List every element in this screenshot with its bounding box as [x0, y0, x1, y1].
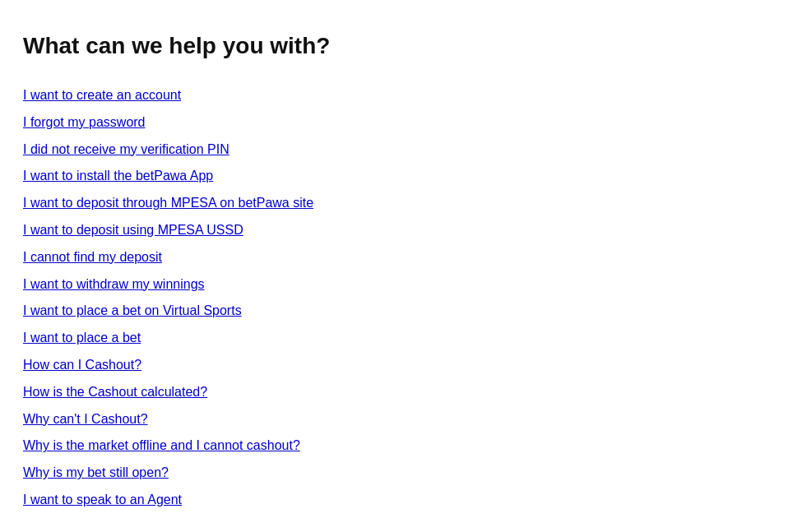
- list-item: How can I Cashout?: [23, 354, 765, 377]
- link-create-account[interactable]: I want to create an account: [23, 88, 181, 102]
- link-install-app[interactable]: I want to install the betPawa App: [23, 169, 213, 183]
- link-why-cant-cashout[interactable]: Why can't I Cashout?: [23, 412, 148, 426]
- link-place-bet-virtual[interactable]: I want to place a bet on Virtual Sports: [23, 303, 242, 317]
- help-links-list: I want to create an accountI forgot my p…: [23, 84, 765, 512]
- list-item: Why is the market offline and I cannot c…: [23, 434, 765, 458]
- link-cashout[interactable]: How can I Cashout?: [23, 358, 141, 372]
- list-item: I want to deposit using MPESA USSD: [23, 219, 765, 243]
- list-item: Why is my bet still open?: [23, 461, 765, 485]
- list-item: I did not receive my verification PIN: [23, 138, 765, 162]
- list-item: I want to deposit through MPESA on betPa…: [23, 192, 765, 215]
- link-cashout-calculated[interactable]: How is the Cashout calculated?: [23, 385, 207, 399]
- list-item: I cannot find my deposit: [23, 246, 765, 270]
- list-item: How is the Cashout calculated?: [23, 381, 765, 405]
- link-market-offline[interactable]: Why is the market offline and I cannot c…: [23, 438, 300, 452]
- link-speak-agent[interactable]: I want to speak to an Agent: [23, 493, 182, 507]
- link-place-bet[interactable]: I want to place a bet: [23, 331, 141, 345]
- list-item: I want to withdraw my winnings: [23, 273, 765, 297]
- link-bet-still-open[interactable]: Why is my bet still open?: [23, 465, 169, 479]
- link-verification-pin[interactable]: I did not receive my verification PIN: [23, 142, 229, 156]
- link-find-deposit[interactable]: I cannot find my deposit: [23, 250, 162, 264]
- link-withdraw-winnings[interactable]: I want to withdraw my winnings: [23, 277, 205, 291]
- list-item: I forgot my password: [23, 111, 765, 135]
- list-item: Why can't I Cashout?: [23, 408, 765, 432]
- list-item: I want to create an account: [23, 84, 765, 108]
- page-title: What can we help you with?: [23, 33, 765, 59]
- list-item: I want to install the betPawa App: [23, 164, 765, 188]
- link-forgot-password[interactable]: I forgot my password: [23, 115, 146, 129]
- list-item: I want to speak to an Agent: [23, 488, 765, 512]
- link-deposit-mpesa-site[interactable]: I want to deposit through MPESA on betPa…: [23, 196, 313, 210]
- list-item: I want to place a bet on Virtual Sports: [23, 299, 765, 323]
- link-deposit-mpesa-ussd[interactable]: I want to deposit using MPESA USSD: [23, 223, 243, 237]
- list-item: I want to place a bet: [23, 326, 765, 350]
